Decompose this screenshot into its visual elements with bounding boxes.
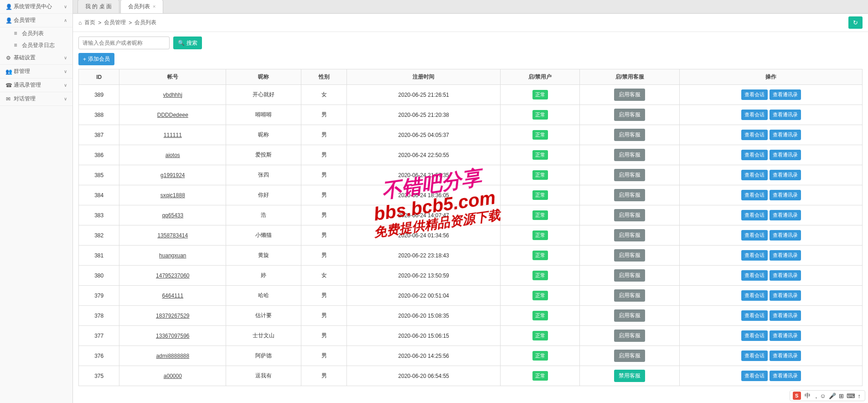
view-contacts-button[interactable]: 查看通讯录 — [770, 250, 801, 261]
search-button[interactable]: 🔍搜索 — [173, 37, 202, 49]
view-contacts-button[interactable]: 查看通讯录 — [770, 89, 801, 100]
toggle-cs-button[interactable]: 启用客服 — [614, 129, 645, 141]
status-badge[interactable]: 正常 — [532, 331, 548, 340]
breadcrumb-home[interactable]: 首页 — [84, 19, 95, 26]
view-chat-button[interactable]: 查看会话 — [741, 110, 768, 120]
view-contacts-button[interactable]: 查看通讯录 — [770, 210, 801, 220]
toggle-cs-button[interactable]: 启用客服 — [614, 330, 645, 342]
view-chat-button[interactable]: 查看会话 — [741, 290, 768, 301]
view-contacts-button[interactable]: 查看通讯录 — [770, 230, 801, 241]
account-link[interactable]: a00000 — [164, 373, 182, 379]
view-contacts-button[interactable]: 查看通讯录 — [770, 371, 801, 381]
toggle-cs-button[interactable]: 启用客服 — [614, 109, 645, 121]
view-chat-button[interactable]: 查看会话 — [741, 270, 768, 281]
view-contacts-button[interactable]: 查看通讯录 — [770, 150, 801, 160]
search-input[interactable] — [78, 37, 170, 49]
view-contacts-button[interactable]: 查看通讯录 — [770, 351, 801, 361]
add-member-button[interactable]: +添加会员 — [78, 53, 114, 65]
view-chat-button[interactable]: 查看会话 — [741, 89, 768, 100]
sidebar-item-2[interactable]: ⚙基础设置∨ — [0, 51, 72, 65]
ime-toolbar[interactable]: S 中 ,☺🎤⊞⌨↑ — [790, 390, 865, 401]
ime-item[interactable]: ↑ — [858, 393, 861, 399]
toggle-cs-button[interactable]: 启用客服 — [614, 350, 645, 362]
toggle-cs-button[interactable]: 禁用客服 — [614, 370, 645, 382]
ime-item[interactable]: ⊞ — [839, 393, 844, 399]
view-contacts-button[interactable]: 查看通讯录 — [770, 130, 801, 140]
view-chat-button[interactable]: 查看会话 — [741, 351, 768, 361]
status-badge[interactable]: 正常 — [532, 251, 548, 260]
view-contacts-button[interactable]: 查看通讯录 — [770, 190, 801, 200]
tab-member-list[interactable]: 会员列表× — [120, 0, 163, 13]
account-link[interactable]: g1991924 — [160, 172, 185, 178]
toggle-cs-button[interactable]: 启用客服 — [614, 149, 645, 161]
ime-item[interactable]: 🎤 — [829, 393, 836, 399]
status-badge[interactable]: 正常 — [532, 190, 548, 200]
sidebar-item-3[interactable]: 👥群管理∨ — [0, 65, 72, 79]
toggle-cs-button[interactable]: 启用客服 — [614, 209, 645, 221]
status-badge[interactable]: 正常 — [532, 110, 548, 120]
view-chat-button[interactable]: 查看会话 — [741, 130, 768, 140]
view-contacts-button[interactable]: 查看通讯录 — [770, 270, 801, 281]
view-chat-button[interactable]: 查看会话 — [741, 230, 768, 241]
status-badge[interactable]: 正常 — [532, 230, 548, 240]
account-link[interactable]: 1358783414 — [157, 232, 188, 239]
status-badge[interactable]: 正常 — [532, 170, 548, 180]
toggle-cs-button[interactable]: 启用客服 — [614, 309, 645, 322]
status-badge[interactable]: 正常 — [532, 90, 548, 99]
account-link[interactable]: qq65433 — [162, 212, 183, 219]
account-link[interactable]: 111111 — [164, 132, 182, 138]
ime-item[interactable]: , — [816, 393, 817, 399]
account-link[interactable]: admi8888888 — [156, 353, 189, 359]
toggle-cs-button[interactable]: 启用客服 — [614, 89, 645, 101]
close-icon[interactable]: × — [153, 4, 155, 9]
toggle-cs-button[interactable]: 启用客服 — [614, 169, 645, 181]
view-chat-button[interactable]: 查看会话 — [741, 310, 768, 321]
account-link[interactable]: vbdhhhj — [163, 92, 182, 98]
view-chat-button[interactable]: 查看会话 — [741, 250, 768, 261]
toggle-cs-button[interactable]: 启用客服 — [614, 189, 645, 201]
ime-item[interactable]: ☺ — [820, 393, 826, 399]
account-link[interactable]: sxqic1888 — [160, 192, 185, 199]
toggle-cs-button[interactable]: 启用客服 — [614, 269, 645, 282]
status-badge[interactable]: 正常 — [532, 130, 548, 140]
view-contacts-button[interactable]: 查看通讯录 — [770, 310, 801, 321]
ime-brand-icon[interactable]: S — [793, 392, 801, 400]
view-chat-button[interactable]: 查看会话 — [741, 210, 768, 220]
sidebar-item-5[interactable]: ✉对话管理∨ — [0, 92, 72, 106]
toggle-cs-button[interactable]: 启用客服 — [614, 249, 645, 262]
status-badge[interactable]: 正常 — [532, 271, 548, 280]
view-chat-button[interactable]: 查看会话 — [741, 190, 768, 200]
view-contacts-button[interactable]: 查看通讯录 — [770, 330, 801, 341]
status-badge[interactable]: 正常 — [532, 150, 548, 160]
breadcrumb-1[interactable]: 会员管理 — [104, 19, 126, 26]
status-badge[interactable]: 正常 — [532, 291, 548, 300]
sidebar-sub-1-0[interactable]: ≡会员列表 — [0, 27, 72, 39]
view-chat-button[interactable]: 查看会话 — [741, 330, 768, 341]
account-link[interactable]: 18379267529 — [156, 313, 189, 319]
view-contacts-button[interactable]: 查看通讯录 — [770, 170, 801, 180]
view-contacts-button[interactable]: 查看通讯录 — [770, 290, 801, 301]
view-chat-button[interactable]: 查看会话 — [741, 150, 768, 160]
account-link[interactable]: huangxuan — [159, 252, 186, 259]
tab-desktop[interactable]: 我 的 桌 面 — [78, 0, 119, 13]
status-badge[interactable]: 正常 — [532, 351, 548, 361]
sidebar-item-1[interactable]: 👤会员管理∧ — [0, 14, 72, 27]
status-badge[interactable]: 正常 — [532, 311, 548, 320]
ime-lang[interactable]: 中 — [805, 392, 811, 400]
view-chat-button[interactable]: 查看会话 — [741, 371, 768, 381]
ime-item[interactable]: ⌨ — [847, 393, 855, 399]
account-link[interactable]: DDDDedeee — [157, 112, 188, 118]
sidebar-item-4[interactable]: ☎通讯录管理∨ — [0, 79, 72, 92]
refresh-button[interactable]: ↻ — [848, 16, 863, 29]
account-link[interactable]: 14795237060 — [156, 272, 189, 279]
toggle-cs-button[interactable]: 启用客服 — [614, 229, 645, 241]
sidebar-sub-1-1[interactable]: ≡会员登录日志 — [0, 39, 72, 51]
account-link[interactable]: 6464111 — [162, 293, 183, 299]
account-link[interactable]: aiotos — [165, 152, 180, 158]
account-link[interactable]: 13367097596 — [156, 333, 189, 339]
status-badge[interactable]: 正常 — [532, 371, 548, 381]
status-badge[interactable]: 正常 — [532, 210, 548, 220]
view-contacts-button[interactable]: 查看通讯录 — [770, 110, 801, 120]
view-chat-button[interactable]: 查看会话 — [741, 170, 768, 180]
toggle-cs-button[interactable]: 启用客服 — [614, 289, 645, 302]
